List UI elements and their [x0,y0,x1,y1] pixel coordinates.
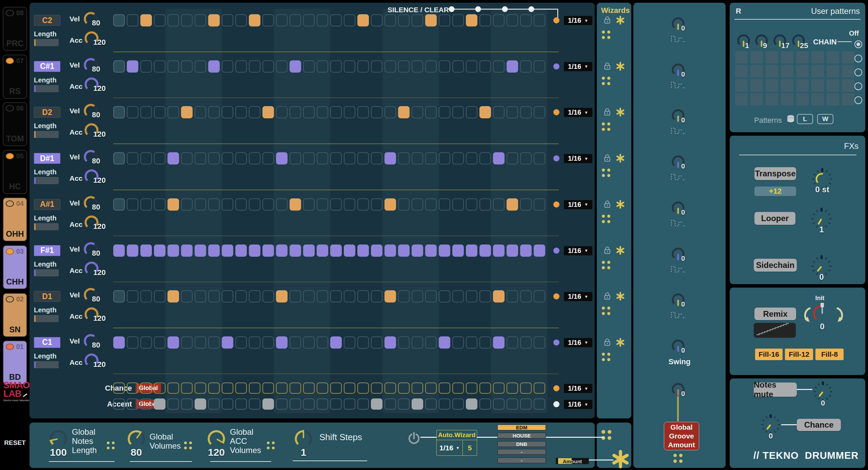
step-cell[interactable] [534,60,545,73]
track-card-prc[interactable]: 08 PRC [3,7,27,51]
step-cell[interactable] [452,14,464,26]
step-cell[interactable] [507,198,518,211]
step-cell[interactable] [330,336,342,349]
step-cell[interactable] [181,152,193,164]
step-cell[interactable] [357,336,369,349]
accent_row-cell[interactable] [534,398,545,410]
step-cell[interactable] [330,290,342,302]
accent_row-cell[interactable] [317,398,328,410]
step-cell[interactable] [344,198,355,211]
step-cell[interactable] [384,198,396,211]
lock-icon[interactable] [604,200,611,209]
pattern-slot[interactable] [766,65,778,77]
pattern-slot[interactable] [811,51,824,63]
step-cell[interactable] [520,152,532,164]
step-cell[interactable] [235,336,247,349]
step-cell[interactable] [235,244,247,257]
chance_row-cell[interactable] [534,383,545,394]
note-button[interactable]: D#1 [34,153,60,164]
step-cell[interactable] [290,152,301,164]
step-cell[interactable] [303,336,315,349]
genre-item-1[interactable]: HOUSE [497,433,546,438]
chance_row-cell[interactable] [317,383,328,394]
step-cell[interactable] [167,106,179,118]
accent_row-cell[interactable] [384,398,396,410]
step-cell[interactable] [466,106,477,118]
step-cell[interactable] [249,14,260,26]
chain-radio-0[interactable] [854,40,862,48]
step-cell[interactable] [493,336,505,349]
length-slider[interactable] [34,177,59,184]
chance_row-cell[interactable] [384,383,396,394]
notes-mute-button[interactable]: Notes mute [754,383,797,397]
pattern-slot[interactable] [750,51,763,63]
step-cell[interactable] [439,60,450,73]
step-cell[interactable] [466,152,477,164]
step-cell[interactable] [425,14,437,26]
step-cell[interactable] [412,106,423,118]
step-cell[interactable] [534,198,545,211]
step-cell[interactable] [127,198,138,211]
step-cell[interactable] [303,60,315,73]
lock-icon[interactable] [604,107,611,116]
step-cell[interactable] [479,152,491,164]
step-cell[interactable] [195,152,206,164]
global-knob[interactable] [127,430,145,448]
step-cell[interactable] [127,152,138,164]
step-cell[interactable] [384,152,396,164]
amount-slider[interactable]: Amount Amount [556,458,589,464]
chance_row-cell[interactable] [479,383,491,394]
step-cell[interactable] [439,336,450,349]
global-knob[interactable] [208,430,225,448]
accent_row-cell[interactable] [113,398,125,410]
track-led[interactable] [6,10,14,16]
rate-select[interactable]: 1/16▼ [564,62,592,71]
step-cell[interactable] [534,336,545,349]
step-cell[interactable] [412,336,423,349]
step-cell[interactable] [140,198,152,211]
step-cell[interactable] [208,244,220,257]
accent_row-cell[interactable] [167,398,179,410]
length-slider[interactable] [34,131,59,138]
step-cell[interactable] [195,244,206,257]
step-cell[interactable] [235,198,247,211]
step-cell[interactable] [425,244,437,257]
note-button[interactable]: F#1 [34,245,60,256]
pattern-slot[interactable] [735,65,748,77]
step-cell[interactable] [127,14,138,26]
step-cell[interactable] [167,60,179,73]
step-cell[interactable] [303,152,315,164]
step-cell[interactable] [507,60,518,73]
step-cell[interactable] [425,106,437,118]
genre-item-4[interactable]: - [497,457,546,463]
chain-radio-3[interactable] [854,82,862,90]
step-cell[interactable] [222,290,233,302]
global-knob[interactable] [50,430,67,448]
step-cell[interactable] [479,290,491,302]
step-cell[interactable] [384,336,396,349]
lock-icon[interactable] [604,62,611,71]
step-cell[interactable] [439,14,450,26]
step-cell[interactable] [113,60,125,73]
step-cell[interactable] [154,336,165,349]
track-card-sn[interactable]: 02 SN [3,293,27,337]
step-cell[interactable] [208,14,220,26]
step-cell[interactable] [113,290,125,302]
step-cell[interactable] [127,290,138,302]
step-cell[interactable] [344,60,355,73]
step-cell[interactable] [520,14,532,26]
chance_row-cell[interactable] [398,383,410,394]
step-cell[interactable] [154,14,165,26]
chance_row-cell[interactable] [249,383,260,394]
chance_row-cell[interactable] [127,383,138,394]
step-cell[interactable] [357,244,369,257]
chance_row-cell[interactable] [330,383,342,394]
step-cell[interactable] [290,106,301,118]
step-cell[interactable] [452,336,464,349]
step-cell[interactable] [317,152,328,164]
step-cell[interactable] [235,14,247,26]
step-cell[interactable] [276,244,288,257]
step-cell[interactable] [520,106,532,118]
step-cell[interactable] [140,290,152,302]
step-cell[interactable] [262,244,274,257]
